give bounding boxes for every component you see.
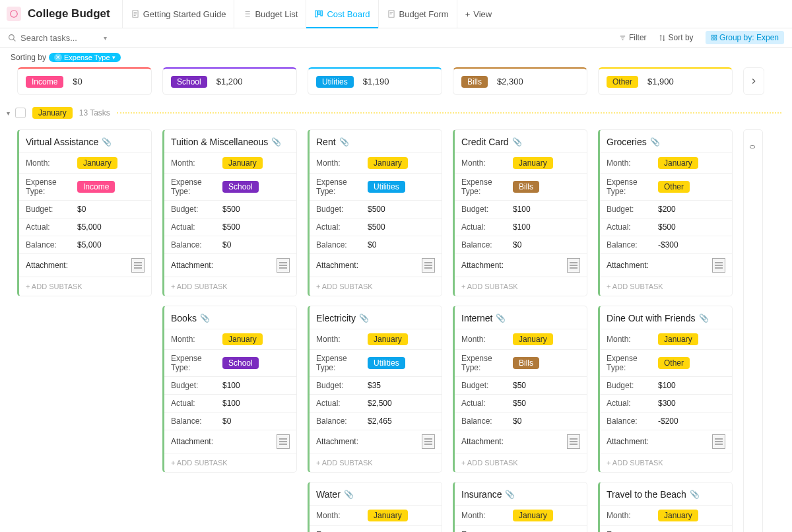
attachment-icon: 📎 [505,490,515,499]
board-wrap: Income$0School$1,200Utilities$1,190Bills… [0,67,792,532]
checkbox[interactable] [15,108,26,118]
task-card[interactable]: Internet 📎Month:JanuaryExpense Type:Bill… [453,306,587,473]
task-card[interactable]: Water 📎Month:JanuaryExpense Type:Utiliti… [308,482,442,532]
task-card[interactable]: Credit Card 📎Month:JanuaryExpense Type:B… [453,129,587,296]
field-budget: Budget:$35 [310,376,442,394]
tab-getting-started[interactable]: Getting Started Guide [122,0,234,28]
file-icon[interactable] [277,258,290,273]
month-badge: January [222,333,263,345]
svg-rect-2 [315,11,317,17]
field-balance: Balance:$0 [455,412,587,430]
form-icon [387,9,396,18]
field-attachment: Attachment: [455,253,587,277]
filter-button[interactable]: Filter [619,33,647,42]
add-subtask-button[interactable]: + ADD SUBTASK [310,277,442,296]
file-icon[interactable] [131,258,145,273]
task-card[interactable]: Virtual Assistance 📎Month:JanuaryExpense… [17,129,152,296]
field-expense-type: Expense Type:Bills [455,349,587,376]
add-subtask-button[interactable]: + ADD SUBTASK [310,453,442,472]
header: College Budget Getting Started Guide Bud… [0,0,792,28]
field-expense-type: Expense Type:Utilities [310,349,442,376]
field-attachment: Attachment: [600,253,732,277]
month-badge: January [513,157,553,169]
month-badge: January [222,157,263,169]
card-title: Rent 📎 [310,130,442,152]
file-icon[interactable] [567,434,580,449]
column-header-school[interactable]: School$1,200 [162,67,297,95]
column-tag: Bills [461,76,488,88]
type-badge: Utilities [368,357,405,369]
chevron-down-icon[interactable]: ▾ [104,34,107,42]
tab-cost-board[interactable]: Cost Board [306,0,378,28]
file-icon[interactable] [422,434,435,449]
tab-budget-form[interactable]: Budget Form [378,0,457,28]
month-badge: January [368,510,408,521]
svg-rect-8 [714,35,716,37]
file-icon[interactable] [422,258,435,273]
field-expense-type: Expense Type:School [164,173,296,200]
field-actual: Actual:$100 [164,394,296,412]
file-icon[interactable] [712,434,725,449]
attachment-icon: 📎 [200,314,210,323]
file-icon[interactable] [277,434,290,449]
column-tag: School [171,76,207,88]
field-balance: Balance:$5,000 [19,236,151,253]
field-attachment: Attachment: [310,430,442,453]
task-card[interactable]: Tuition & Miscellaneous 📎Month:JanuaryEx… [162,129,297,296]
add-subtask-button[interactable]: + ADD SUBTASK [455,453,587,472]
field-attachment: Attachment: [164,430,296,453]
month-badge: January [658,333,698,345]
groupby-button[interactable]: Group by: Expen [706,31,784,44]
add-subtask-button[interactable]: + ADD SUBTASK [164,453,296,472]
group-row: ▾ January 13 Tasks [17,107,781,119]
task-card[interactable]: Travel to the Beach 📎Month:JanuaryExpens… [598,482,733,532]
search-input[interactable] [20,33,100,43]
close-icon[interactable]: ✕ [54,53,62,61]
column-header-other[interactable]: Other$1,900 [598,67,733,95]
board-column: Tuition & Miscellaneous 📎Month:JanuaryEx… [162,129,297,532]
collapsed-column[interactable]: 0 [743,129,763,532]
add-subtask-button[interactable]: + ADD SUBTASK [455,277,587,296]
attachment-icon: 📎 [512,137,522,147]
field-budget: Budget:$500 [310,200,442,218]
field-budget: Budget:$100 [600,376,732,394]
task-card[interactable]: Books 📎Month:JanuaryExpense Type:SchoolB… [162,306,297,473]
column-header-bills[interactable]: Bills$2,300 [453,67,587,95]
column-header-utilities[interactable]: Utilities$1,190 [308,67,442,95]
add-subtask-button[interactable]: + ADD SUBTASK [600,277,732,296]
month-badge: January [513,333,553,345]
task-card[interactable]: Dine Out with Friends 📎Month:JanuaryExpe… [598,306,733,473]
sorting-chip-label: Expense Type [64,53,110,61]
file-icon[interactable] [567,258,580,273]
field-month: Month:January [455,505,587,525]
sorting-chip[interactable]: ✕ Expense Type ▾ [49,53,121,62]
card-title: Groceries 📎 [600,130,732,152]
next-column-button[interactable] [743,67,764,95]
tab-add-view[interactable]: + View [457,0,500,28]
add-subtask-button[interactable]: + ADD SUBTASK [164,277,296,296]
task-card[interactable]: Insurance 📎Month:JanuaryExpense Type:Bil… [453,482,587,532]
tab-budget-list[interactable]: Budget List [234,0,306,28]
add-subtask-button[interactable]: + ADD SUBTASK [600,453,732,472]
collapse-icon[interactable]: ▾ [7,110,10,117]
field-attachment: Attachment: [600,430,732,453]
task-card[interactable]: Electricity 📎Month:JanuaryExpense Type:U… [308,306,442,473]
svg-rect-4 [321,11,322,16]
field-balance: Balance:$2,465 [310,412,442,430]
add-subtask-button[interactable]: + ADD SUBTASK [19,277,151,296]
month-tag[interactable]: January [32,107,73,119]
field-actual: Actual:$2,500 [310,394,442,412]
field-budget: Budget:$100 [455,200,587,218]
task-card[interactable]: Groceries 📎Month:JanuaryExpense Type:Oth… [598,129,733,296]
sorting-bar: Sorting by ✕ Expense Type ▾ [0,48,792,67]
sortby-button[interactable]: Sort by [659,33,694,42]
field-balance: Balance:$0 [164,236,296,253]
field-balance: Balance:$0 [310,236,442,253]
board: Virtual Assistance 📎Month:JanuaryExpense… [17,129,781,532]
task-card[interactable]: Rent 📎Month:JanuaryExpense Type:Utilitie… [308,129,442,296]
column-header-income[interactable]: Income$0 [17,67,152,95]
month-badge: January [658,510,698,521]
type-badge: Income [77,181,115,193]
file-icon[interactable] [712,258,725,273]
search-box[interactable]: ▾ [8,33,107,43]
